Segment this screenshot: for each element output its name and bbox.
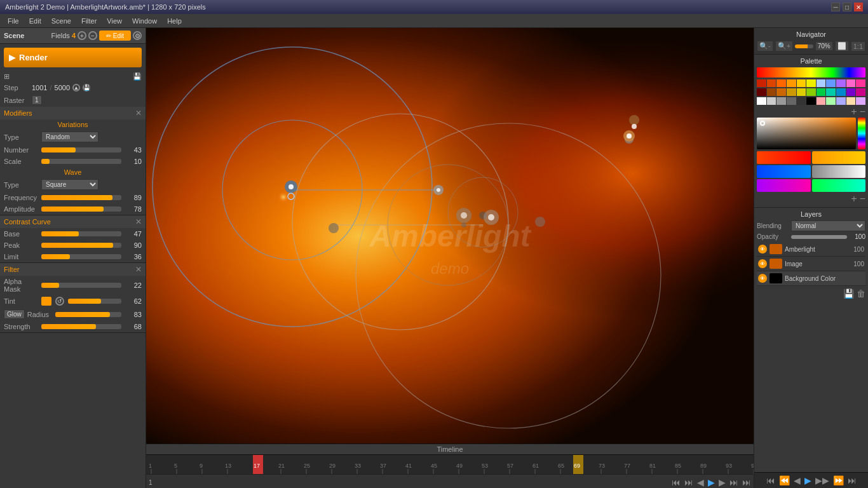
layer-item-amberlight[interactable]: 👁 Amberlight 100: [757, 242, 865, 257]
settings-button[interactable]: ⚙: [133, 31, 142, 40]
swatch-pink[interactable]: [846, 79, 856, 87]
menu-filter[interactable]: Filter: [76, 16, 102, 26]
palette-add-button[interactable]: +: [851, 106, 857, 118]
swatch-green-light[interactable]: [826, 97, 836, 105]
menu-scene[interactable]: Scene: [46, 16, 76, 26]
layer-item-image[interactable]: 👁 Image 100: [757, 257, 865, 271]
swatch-brown[interactable]: [767, 88, 776, 96]
swatch-red-orange[interactable]: [767, 79, 776, 87]
playback-end-button[interactable]: ⏭: [742, 477, 751, 487]
swatch-purple[interactable]: [836, 79, 846, 87]
swatch-periwinkle[interactable]: [836, 97, 846, 105]
swatch-white[interactable]: [757, 97, 766, 105]
layer-add-button[interactable]: 💾: [843, 288, 854, 299]
menu-view[interactable]: View: [102, 16, 127, 26]
scale-slider[interactable]: [41, 159, 121, 164]
amplitude-slider[interactable]: [41, 207, 121, 212]
playback-forward-button[interactable]: ▶: [719, 477, 726, 487]
swatch-light-gray[interactable]: [767, 97, 776, 105]
peak-slider[interactable]: [41, 243, 121, 248]
playback-play-button[interactable]: ▶: [708, 477, 715, 487]
strength-slider[interactable]: [41, 324, 121, 329]
swatch-pink-light[interactable]: [817, 97, 826, 105]
limit-slider[interactable]: [41, 254, 121, 259]
menu-file[interactable]: File: [3, 16, 24, 26]
swatch-red-dark[interactable]: [757, 79, 766, 87]
swatch-green[interactable]: [817, 88, 826, 96]
menu-window[interactable]: Window: [127, 16, 162, 26]
layer-visibility-image[interactable]: 👁: [758, 259, 767, 268]
contrast-close[interactable]: ✕: [135, 217, 142, 226]
swatch-gold[interactable]: [787, 88, 796, 96]
swatch-blue-light[interactable]: [817, 79, 826, 87]
filter-close[interactable]: ✕: [135, 265, 142, 274]
type-select[interactable]: Random Linear Radial: [41, 132, 98, 142]
swatch-mid-gray[interactable]: [776, 97, 786, 105]
rpc-end[interactable]: ⏭: [848, 475, 857, 485]
swatch-yellow-light[interactable]: [806, 79, 816, 87]
grad-preset-5[interactable]: [757, 179, 811, 192]
glow-button[interactable]: Glow: [4, 309, 25, 319]
grad-preset-6[interactable]: [812, 179, 866, 192]
swatch-orange[interactable]: [776, 79, 786, 87]
gradient-remove-button[interactable]: −: [860, 193, 865, 205]
gradient-add-button[interactable]: +: [851, 193, 857, 205]
modifiers-close[interactable]: ✕: [135, 109, 142, 118]
playback-next-button[interactable]: ⏭: [729, 477, 738, 487]
window-controls[interactable]: ─ □ ✕: [831, 3, 863, 11]
tint-reset-button[interactable]: ↺: [55, 297, 64, 306]
swatch-rose[interactable]: [856, 79, 865, 87]
playback-back-button[interactable]: ◀: [697, 477, 704, 487]
swatch-cerulean[interactable]: [836, 88, 846, 96]
swatch-lavender[interactable]: [856, 97, 865, 105]
hue-slider[interactable]: [858, 118, 865, 149]
fields-add-button[interactable]: +: [78, 31, 86, 40]
swatch-blue[interactable]: [826, 79, 836, 87]
menu-help[interactable]: Help: [162, 16, 187, 26]
minimize-button[interactable]: ─: [831, 3, 840, 11]
alpha-slider[interactable]: [41, 283, 121, 288]
hsb-picker[interactable]: [757, 118, 856, 149]
fields-remove-button[interactable]: −: [88, 31, 97, 40]
rpc-start[interactable]: ⏮: [766, 475, 775, 485]
grad-preset-4[interactable]: [812, 165, 866, 178]
rpc-prev[interactable]: ⏪: [779, 475, 790, 485]
maximize-button[interactable]: □: [843, 3, 851, 11]
grad-preset-2[interactable]: [812, 151, 866, 164]
swatch-orange-dark[interactable]: [776, 88, 786, 96]
layer-visibility-amberlight[interactable]: 👁: [758, 245, 767, 254]
swatch-lime[interactable]: [806, 88, 816, 96]
playback-start-button[interactable]: ⏮: [672, 477, 681, 487]
radius-slider[interactable]: [55, 312, 121, 317]
grad-preset-3[interactable]: [757, 165, 811, 178]
swatch-violet[interactable]: [846, 88, 856, 96]
step-save[interactable]: 💾: [83, 84, 90, 92]
number-slider[interactable]: [41, 147, 121, 152]
swatch-magenta[interactable]: [856, 88, 865, 96]
tint-color-swatch[interactable]: [41, 297, 51, 306]
swatch-yellow[interactable]: [797, 79, 806, 87]
wave-type-select[interactable]: Square Sine Triangle Sawtooth: [41, 179, 98, 190]
layer-visibility-background[interactable]: 👁: [758, 274, 767, 283]
grad-preset-1[interactable]: [757, 151, 811, 164]
palette-remove-button[interactable]: −: [860, 106, 865, 118]
zoom-out-button[interactable]: 🔍-: [757, 41, 773, 51]
swatch-teal[interactable]: [826, 88, 836, 96]
swatch-dark-gray[interactable]: [787, 97, 796, 105]
rpc-back[interactable]: ◀: [794, 475, 801, 485]
swatch-peach[interactable]: [846, 97, 856, 105]
swatch-amber[interactable]: [787, 79, 796, 87]
base-slider[interactable]: [41, 231, 121, 236]
swatch-maroon[interactable]: [757, 88, 766, 96]
close-button[interactable]: ✕: [854, 3, 863, 11]
layer-remove-button[interactable]: 🗑: [857, 288, 865, 299]
edit-button[interactable]: ✏ Edit: [99, 30, 131, 41]
swatch-black[interactable]: [806, 97, 816, 105]
rpc-play[interactable]: ▶: [804, 475, 811, 485]
layer-item-background[interactable]: 👁 Background Color: [757, 271, 865, 286]
gradient-bar[interactable]: [757, 67, 865, 78]
tint-slider[interactable]: [68, 299, 121, 304]
zoom-in-button[interactable]: 🔍+: [775, 41, 793, 51]
swatch-charcoal[interactable]: [797, 97, 806, 105]
raster-value[interactable]: 1: [32, 95, 42, 105]
